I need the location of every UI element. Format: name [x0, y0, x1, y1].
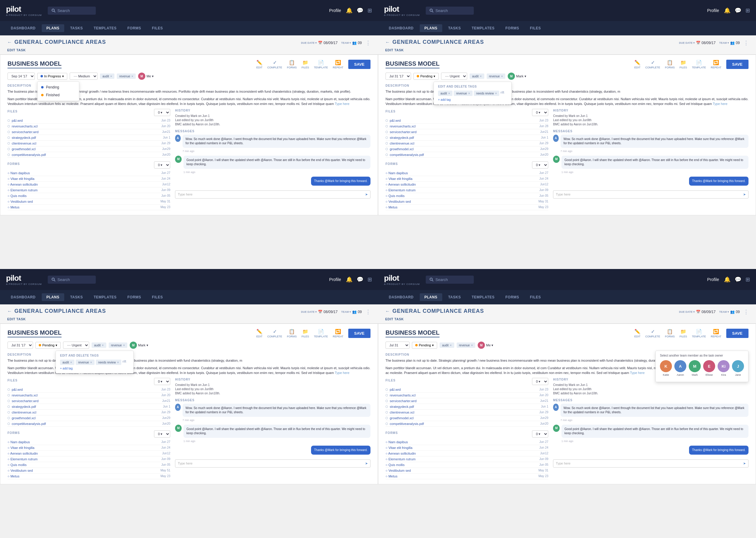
files-count-1[interactable]: 0 ▾ [154, 109, 170, 116]
subnav-plans-2[interactable]: PLANS [420, 24, 442, 32]
complete-btn-4[interactable]: ✓COMPLETE [645, 329, 660, 338]
message-input-4[interactable]: Type here➤ [553, 459, 748, 467]
subnav-plans-3[interactable]: PLANS [42, 293, 64, 301]
message-input-1[interactable]: Type here ➤ [175, 190, 370, 198]
template-btn-3[interactable]: 📄TEMPLATE [314, 329, 328, 338]
nav-search-4[interactable]: Search [426, 276, 474, 284]
nav-profile-2[interactable]: Profile [707, 8, 719, 13]
priority-select-1[interactable]: ···· Medium [70, 73, 97, 80]
more-options-3[interactable]: ⋮ [365, 308, 371, 315]
remove-audit-4[interactable]: × [450, 343, 452, 347]
remove-revenue-1[interactable]: × [132, 74, 133, 78]
team-member-jane[interactable]: J Jane [732, 360, 744, 376]
team-member-mark[interactable]: M Mark [689, 360, 701, 376]
grid-icon-2[interactable]: ⊞ [745, 7, 750, 14]
edit-btn-4[interactable]: ✏️EDIT [634, 329, 641, 338]
back-arrow-4[interactable]: ← [385, 308, 390, 314]
assignee-chip-4[interactable]: M Me ▾ [478, 342, 493, 349]
chat-icon-2[interactable]: 💬 [735, 7, 741, 14]
subnav-templates-1[interactable]: TEMPLATES [89, 24, 121, 32]
repeat-btn-2[interactable]: 🔁REPEAT [711, 60, 721, 69]
files-btn-2[interactable]: 📁FILES [679, 60, 687, 69]
chat-icon-4[interactable]: 💬 [735, 276, 741, 283]
assignee-chip-1[interactable]: M Me ▾ [138, 73, 154, 80]
date-select-1[interactable]: Sep 14 '17 [8, 73, 35, 80]
template-btn-4[interactable]: 📄TEMPLATE [692, 329, 706, 338]
rm-needs-review-3[interactable]: × [117, 360, 119, 364]
edit-task-link-3[interactable]: EDIT TASK [7, 317, 26, 321]
date-select-4[interactable]: Jul 31 [386, 342, 409, 349]
subnav-files-2[interactable]: FILES [525, 24, 546, 32]
nav-search-3[interactable]: Search [48, 276, 96, 284]
save-button-1[interactable]: SAVE [348, 60, 370, 69]
assignee-chip-2[interactable]: M Mark ▾ [508, 73, 526, 80]
edit-task-link-1[interactable]: EDIT TASK [7, 48, 26, 52]
back-arrow-2[interactable]: ← [385, 39, 390, 45]
subnav-dashboard-4[interactable]: DASHBOARD [384, 293, 418, 301]
edit-btn-1[interactable]: ✏️EDIT [256, 60, 263, 69]
subnav-dashboard-3[interactable]: DASHBOARD [6, 293, 40, 301]
assignee-chip-3[interactable]: M Mark ▾ [130, 342, 148, 349]
send-icon-4[interactable]: ➤ [743, 461, 746, 465]
priority-select-2[interactable]: ···· Urgent [441, 73, 467, 80]
subnav-files-3[interactable]: FILES [147, 293, 168, 301]
repeat-btn-3[interactable]: 🔁REPEAT [333, 329, 343, 338]
subnav-templates-2[interactable]: TEMPLATES [467, 24, 499, 32]
team-member-katie[interactable]: K Katie [660, 360, 672, 376]
complete-btn-2[interactable]: ✓COMPLETE [645, 60, 660, 69]
status-select-1[interactable]: In Progress ▾ [37, 73, 67, 80]
rm-audit-3[interactable]: × [70, 360, 72, 364]
add-tag-link-3[interactable]: + add tag [60, 367, 73, 370]
subnav-templates-3[interactable]: TEMPLATES [89, 293, 121, 301]
forms-btn-2[interactable]: 📋FORMS [665, 60, 675, 69]
type-here-3[interactable]: Type here [335, 371, 349, 375]
add-tag-link-2[interactable]: + add tag [438, 98, 451, 101]
subnav-tasks-1[interactable]: TASKS [65, 24, 88, 32]
chat-icon-3[interactable]: 💬 [357, 276, 363, 283]
nav-profile-1[interactable]: Profile [329, 8, 341, 13]
template-btn-2[interactable]: 📄TEMPLATE [692, 60, 706, 69]
forms-count-1[interactable]: 0 ▾ [154, 161, 170, 169]
nav-search-1[interactable]: Search [48, 7, 96, 15]
save-button-4[interactable]: SAVE [726, 329, 748, 338]
more-options-2[interactable]: ⋮ [743, 39, 749, 46]
rm-revenue-3[interactable]: × [90, 360, 92, 364]
rm-needs-review-2[interactable]: × [495, 91, 497, 95]
type-here-2[interactable]: Type here [713, 102, 727, 106]
grid-icon-4[interactable]: ⊞ [745, 276, 750, 283]
status-select-3[interactable]: Pending ▾ [35, 342, 61, 349]
nav-search-2[interactable]: Search [426, 7, 474, 15]
send-icon-2[interactable]: ➤ [743, 192, 746, 196]
remove-revenue-4[interactable]: × [471, 343, 473, 347]
grid-icon-3[interactable]: ⊞ [367, 276, 372, 283]
status-option-finished[interactable]: Finished [37, 91, 79, 99]
nav-profile-4[interactable]: Profile [707, 277, 719, 282]
remove-audit-1[interactable]: × [110, 74, 112, 78]
files-count-2[interactable]: 0 ▾ [532, 109, 548, 116]
subnav-forms-4[interactable]: FORMS [500, 293, 524, 301]
remove-audit-3[interactable]: × [102, 343, 103, 347]
subnav-tasks-4[interactable]: TASKS [443, 293, 466, 301]
forms-btn-3[interactable]: 📋FORMS [287, 329, 297, 338]
subnav-files-1[interactable]: FILES [147, 24, 168, 32]
more-options-4[interactable]: ⋮ [743, 308, 749, 315]
complete-btn-1[interactable]: ✓COMPLETE [267, 60, 282, 69]
rm-audit-2[interactable]: × [448, 91, 450, 95]
subnav-tasks-3[interactable]: TASKS [65, 293, 88, 301]
forms-count-2[interactable]: 0 ▾ [532, 161, 548, 169]
back-arrow-3[interactable]: ← [7, 308, 12, 314]
repeat-btn-4[interactable]: 🔁REPEAT [711, 329, 721, 338]
status-option-pending[interactable]: Pending [37, 83, 79, 91]
subnav-forms-1[interactable]: FORMS [122, 24, 146, 32]
priority-select-3[interactable]: ···· Urgent [63, 342, 89, 349]
files-count-3[interactable]: 0 ▾ [154, 378, 170, 385]
subnav-plans-4[interactable]: PLANS [420, 293, 442, 301]
edit-btn-2[interactable]: ✏️EDIT [634, 60, 641, 69]
edit-task-link-2[interactable]: EDIT TASK [385, 48, 404, 52]
files-btn-4[interactable]: 📁FILES [679, 329, 687, 338]
grid-icon-1[interactable]: ⊞ [367, 7, 372, 14]
back-arrow-1[interactable]: ← [7, 39, 12, 45]
date-select-3[interactable]: Jul 31 '17 [8, 342, 33, 349]
subnav-files-4[interactable]: FILES [525, 293, 546, 301]
send-icon-1[interactable]: ➤ [365, 192, 368, 196]
